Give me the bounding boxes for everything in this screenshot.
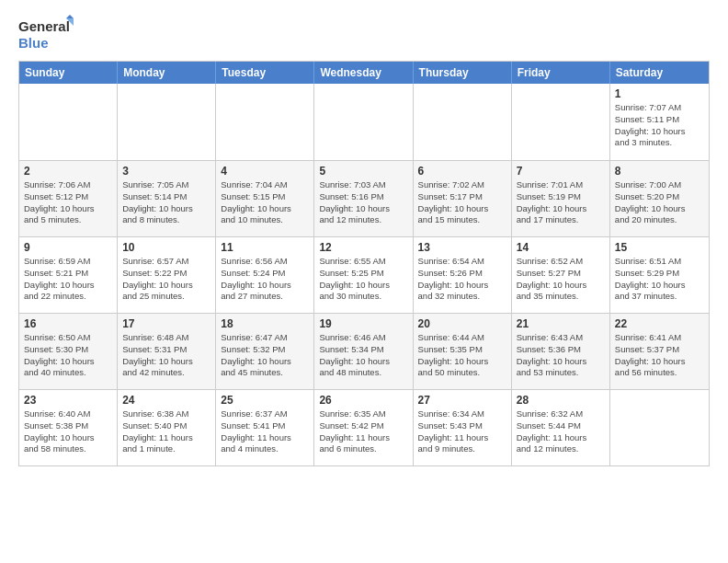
day-cell-6: 6Sunrise: 7:02 AM Sunset: 5:17 PM Daylig…: [414, 161, 512, 236]
day-info: Sunrise: 6:54 AM Sunset: 5:26 PM Dayligh…: [418, 256, 506, 303]
day-number: 14: [517, 241, 605, 254]
week-row-4: 23Sunrise: 6:40 AM Sunset: 5:38 PM Dayli…: [19, 389, 709, 465]
day-number: 19: [319, 317, 407, 330]
day-number: 24: [122, 394, 210, 407]
day-cell-11: 11Sunrise: 6:56 AM Sunset: 5:24 PM Dayli…: [216, 237, 314, 313]
empty-cell: [19, 84, 118, 160]
empty-cell: [118, 84, 216, 160]
day-number: 4: [221, 165, 309, 178]
day-number: 22: [615, 317, 704, 330]
week-row-2: 9Sunrise: 6:59 AM Sunset: 5:21 PM Daylig…: [19, 236, 709, 313]
day-cell-8: 8Sunrise: 7:00 AM Sunset: 5:20 PM Daylig…: [610, 161, 709, 236]
logo: General Blue: [18, 15, 74, 53]
day-info: Sunrise: 6:40 AM Sunset: 5:38 PM Dayligh…: [24, 408, 112, 455]
day-info: Sunrise: 7:03 AM Sunset: 5:16 PM Dayligh…: [319, 179, 407, 226]
day-info: Sunrise: 7:00 AM Sunset: 5:20 PM Dayligh…: [615, 179, 704, 226]
svg-text:General: General: [18, 18, 70, 34]
day-number: 28: [517, 394, 605, 407]
col-header-sunday: Sunday: [19, 62, 118, 84]
day-number: 7: [517, 165, 605, 178]
day-number: 1: [615, 87, 704, 100]
day-number: 2: [24, 165, 112, 178]
day-number: 10: [122, 241, 210, 254]
svg-marker-2: [66, 15, 74, 18]
day-number: 11: [221, 241, 309, 254]
day-number: 27: [418, 394, 506, 407]
day-info: Sunrise: 6:41 AM Sunset: 5:37 PM Dayligh…: [615, 332, 704, 379]
week-row-0: 1Sunrise: 7:07 AM Sunset: 5:11 PM Daylig…: [19, 84, 709, 160]
day-cell-5: 5Sunrise: 7:03 AM Sunset: 5:16 PM Daylig…: [314, 161, 413, 236]
calendar-body: 1Sunrise: 7:07 AM Sunset: 5:11 PM Daylig…: [19, 84, 709, 465]
day-number: 13: [418, 241, 506, 254]
day-number: 25: [221, 394, 309, 407]
day-number: 21: [517, 317, 605, 330]
day-number: 6: [418, 165, 506, 178]
day-info: Sunrise: 6:46 AM Sunset: 5:34 PM Dayligh…: [319, 332, 407, 379]
day-cell-18: 18Sunrise: 6:47 AM Sunset: 5:32 PM Dayli…: [216, 314, 314, 389]
empty-cell: [512, 84, 610, 160]
day-info: Sunrise: 6:37 AM Sunset: 5:41 PM Dayligh…: [221, 408, 309, 455]
day-info: Sunrise: 7:07 AM Sunset: 5:11 PM Dayligh…: [615, 102, 704, 149]
day-cell-22: 22Sunrise: 6:41 AM Sunset: 5:37 PM Dayli…: [610, 314, 709, 389]
day-number: 17: [122, 317, 210, 330]
day-info: Sunrise: 6:57 AM Sunset: 5:22 PM Dayligh…: [122, 256, 210, 303]
day-number: 3: [122, 165, 210, 178]
col-header-thursday: Thursday: [414, 62, 512, 84]
day-cell-13: 13Sunrise: 6:54 AM Sunset: 5:26 PM Dayli…: [414, 237, 512, 313]
day-info: Sunrise: 6:59 AM Sunset: 5:21 PM Dayligh…: [24, 256, 112, 303]
col-header-saturday: Saturday: [610, 62, 709, 84]
svg-text:Blue: Blue: [18, 35, 49, 51]
day-info: Sunrise: 6:48 AM Sunset: 5:31 PM Dayligh…: [122, 332, 210, 379]
day-cell-28: 28Sunrise: 6:32 AM Sunset: 5:44 PM Dayli…: [512, 390, 610, 465]
col-header-wednesday: Wednesday: [314, 62, 413, 84]
day-cell-12: 12Sunrise: 6:55 AM Sunset: 5:25 PM Dayli…: [314, 237, 413, 313]
day-number: 20: [418, 317, 506, 330]
day-cell-1: 1Sunrise: 7:07 AM Sunset: 5:11 PM Daylig…: [610, 84, 709, 160]
day-info: Sunrise: 7:05 AM Sunset: 5:14 PM Dayligh…: [122, 179, 210, 226]
day-number: 18: [221, 317, 309, 330]
day-number: 9: [24, 241, 112, 254]
calendar-header: SundayMondayTuesdayWednesdayThursdayFrid…: [19, 62, 709, 84]
empty-cell: [216, 84, 314, 160]
day-info: Sunrise: 7:01 AM Sunset: 5:19 PM Dayligh…: [517, 179, 605, 226]
day-info: Sunrise: 6:32 AM Sunset: 5:44 PM Dayligh…: [517, 408, 605, 455]
page: General Blue SundayMondayTuesdayWednesda…: [0, 0, 728, 563]
day-info: Sunrise: 6:47 AM Sunset: 5:32 PM Dayligh…: [221, 332, 309, 379]
day-cell-3: 3Sunrise: 7:05 AM Sunset: 5:14 PM Daylig…: [118, 161, 216, 236]
day-cell-15: 15Sunrise: 6:51 AM Sunset: 5:29 PM Dayli…: [610, 237, 709, 313]
day-info: Sunrise: 6:55 AM Sunset: 5:25 PM Dayligh…: [319, 256, 407, 303]
day-cell-4: 4Sunrise: 7:04 AM Sunset: 5:15 PM Daylig…: [216, 161, 314, 236]
day-info: Sunrise: 7:02 AM Sunset: 5:17 PM Dayligh…: [418, 179, 506, 226]
day-number: 12: [319, 241, 407, 254]
day-cell-10: 10Sunrise: 6:57 AM Sunset: 5:22 PM Dayli…: [118, 237, 216, 313]
day-cell-2: 2Sunrise: 7:06 AM Sunset: 5:12 PM Daylig…: [19, 161, 118, 236]
day-info: Sunrise: 6:44 AM Sunset: 5:35 PM Dayligh…: [418, 332, 506, 379]
week-row-1: 2Sunrise: 7:06 AM Sunset: 5:12 PM Daylig…: [19, 160, 709, 236]
day-info: Sunrise: 6:35 AM Sunset: 5:42 PM Dayligh…: [319, 408, 407, 455]
day-number: 26: [319, 394, 407, 407]
day-number: 8: [615, 165, 704, 178]
col-header-tuesday: Tuesday: [216, 62, 314, 84]
empty-cell: [314, 84, 413, 160]
logo-svg: General Blue: [18, 15, 74, 53]
day-info: Sunrise: 7:04 AM Sunset: 5:15 PM Dayligh…: [221, 179, 309, 226]
day-info: Sunrise: 6:52 AM Sunset: 5:27 PM Dayligh…: [517, 256, 605, 303]
day-number: 15: [615, 241, 704, 254]
day-info: Sunrise: 7:06 AM Sunset: 5:12 PM Dayligh…: [24, 179, 112, 226]
day-cell-23: 23Sunrise: 6:40 AM Sunset: 5:38 PM Dayli…: [19, 390, 118, 465]
day-info: Sunrise: 6:56 AM Sunset: 5:24 PM Dayligh…: [221, 256, 309, 303]
day-info: Sunrise: 6:38 AM Sunset: 5:40 PM Dayligh…: [122, 408, 210, 455]
day-number: 23: [24, 394, 112, 407]
day-cell-25: 25Sunrise: 6:37 AM Sunset: 5:41 PM Dayli…: [216, 390, 314, 465]
day-cell-19: 19Sunrise: 6:46 AM Sunset: 5:34 PM Dayli…: [314, 314, 413, 389]
empty-cell: [610, 390, 709, 465]
day-cell-14: 14Sunrise: 6:52 AM Sunset: 5:27 PM Dayli…: [512, 237, 610, 313]
day-cell-16: 16Sunrise: 6:50 AM Sunset: 5:30 PM Dayli…: [19, 314, 118, 389]
day-number: 5: [319, 165, 407, 178]
empty-cell: [414, 84, 512, 160]
header: General Blue: [18, 15, 710, 53]
col-header-friday: Friday: [512, 62, 610, 84]
day-info: Sunrise: 6:43 AM Sunset: 5:36 PM Dayligh…: [517, 332, 605, 379]
day-number: 16: [24, 317, 112, 330]
day-cell-9: 9Sunrise: 6:59 AM Sunset: 5:21 PM Daylig…: [19, 237, 118, 313]
